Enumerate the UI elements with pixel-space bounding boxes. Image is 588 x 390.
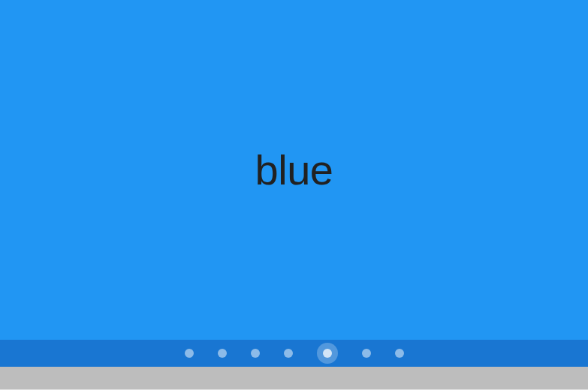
indicator-dot-2[interactable] (251, 349, 260, 358)
carousel-slide[interactable]: blue (0, 0, 588, 340)
slide-label: blue (255, 146, 333, 194)
footer-strip (0, 367, 588, 390)
indicator-dot-0[interactable] (185, 349, 194, 358)
indicator-dot-4[interactable] (317, 343, 338, 364)
indicator-dot-5[interactable] (362, 349, 371, 358)
indicator-dot-1[interactable] (218, 349, 227, 358)
indicator-dot-6[interactable] (395, 349, 404, 358)
indicator-bar (0, 340, 588, 367)
indicator-dot-3[interactable] (284, 349, 293, 358)
